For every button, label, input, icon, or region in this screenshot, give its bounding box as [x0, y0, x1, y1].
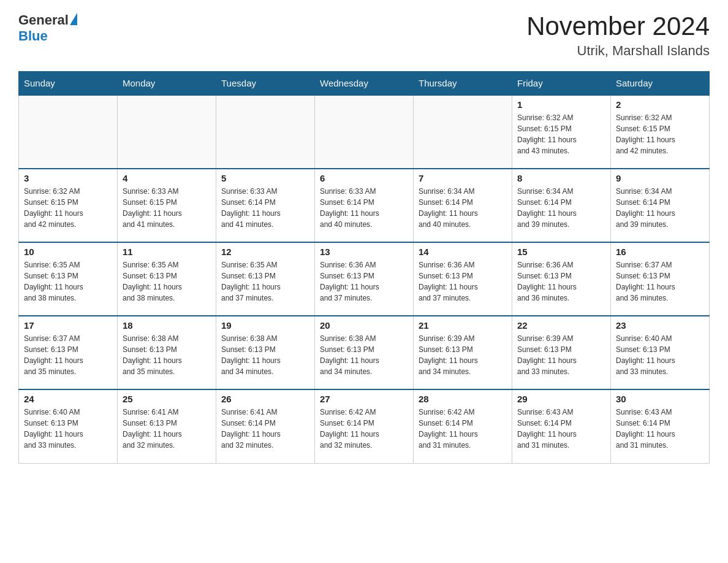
title-area: November 2024 Utrik, Marshall Islands	[526, 12, 710, 59]
day-number: 21	[419, 320, 507, 331]
day-header-monday: Monday	[118, 72, 216, 96]
calendar-cell: 18Sunrise: 6:38 AMSunset: 6:13 PMDayligh…	[118, 316, 216, 389]
day-info: Sunrise: 6:38 AMSunset: 6:13 PMDaylight:…	[221, 333, 309, 377]
week-row-4: 24Sunrise: 6:40 AMSunset: 6:13 PMDayligh…	[19, 389, 710, 463]
day-info: Sunrise: 6:41 AMSunset: 6:13 PMDaylight:…	[123, 407, 211, 451]
day-info: Sunrise: 6:33 AMSunset: 6:15 PMDaylight:…	[123, 186, 211, 230]
calendar-cell: 5Sunrise: 6:33 AMSunset: 6:14 PMDaylight…	[216, 169, 315, 242]
calendar-cell: 29Sunrise: 6:43 AMSunset: 6:14 PMDayligh…	[512, 389, 611, 463]
calendar-cell: 11Sunrise: 6:35 AMSunset: 6:13 PMDayligh…	[118, 242, 216, 316]
day-info: Sunrise: 6:34 AMSunset: 6:14 PMDaylight:…	[419, 186, 507, 230]
calendar-cell: 12Sunrise: 6:35 AMSunset: 6:13 PMDayligh…	[216, 242, 315, 316]
calendar-cell: 9Sunrise: 6:34 AMSunset: 6:14 PMDaylight…	[611, 169, 710, 242]
calendar-cell	[19, 95, 118, 169]
day-info: Sunrise: 6:41 AMSunset: 6:14 PMDaylight:…	[221, 407, 309, 451]
calendar-cell: 1Sunrise: 6:32 AMSunset: 6:15 PMDaylight…	[512, 95, 611, 169]
calendar-cell	[216, 95, 315, 169]
day-info: Sunrise: 6:36 AMSunset: 6:13 PMDaylight:…	[517, 259, 605, 304]
day-number: 3	[24, 173, 112, 183]
day-number: 1	[517, 99, 605, 110]
day-info: Sunrise: 6:33 AMSunset: 6:14 PMDaylight:…	[221, 186, 309, 230]
calendar-cell: 26Sunrise: 6:41 AMSunset: 6:14 PMDayligh…	[216, 389, 315, 463]
calendar-cell: 14Sunrise: 6:36 AMSunset: 6:13 PMDayligh…	[414, 242, 512, 316]
day-info: Sunrise: 6:32 AMSunset: 6:15 PMDaylight:…	[616, 112, 704, 156]
day-number: 19	[221, 320, 309, 331]
day-info: Sunrise: 6:33 AMSunset: 6:14 PMDaylight:…	[320, 186, 408, 230]
calendar-subtitle: Utrik, Marshall Islands	[526, 43, 710, 59]
day-number: 28	[419, 394, 507, 404]
logo: General Blue	[18, 12, 77, 44]
calendar-cell: 27Sunrise: 6:42 AMSunset: 6:14 PMDayligh…	[315, 389, 414, 463]
day-info: Sunrise: 6:34 AMSunset: 6:14 PMDaylight:…	[616, 186, 704, 230]
day-number: 27	[320, 394, 408, 404]
day-info: Sunrise: 6:40 AMSunset: 6:13 PMDaylight:…	[616, 333, 704, 377]
logo-blue-text: Blue	[18, 28, 48, 44]
day-info: Sunrise: 6:42 AMSunset: 6:14 PMDaylight:…	[419, 407, 507, 451]
day-info: Sunrise: 6:43 AMSunset: 6:14 PMDaylight:…	[616, 407, 704, 451]
calendar-cell: 19Sunrise: 6:38 AMSunset: 6:13 PMDayligh…	[216, 316, 315, 389]
calendar-cell: 8Sunrise: 6:34 AMSunset: 6:14 PMDaylight…	[512, 169, 611, 242]
day-number: 23	[616, 320, 704, 331]
day-number: 24	[24, 394, 112, 404]
calendar-cell: 24Sunrise: 6:40 AMSunset: 6:13 PMDayligh…	[19, 389, 118, 463]
day-info: Sunrise: 6:37 AMSunset: 6:13 PMDaylight:…	[24, 333, 112, 377]
calendar-cell: 21Sunrise: 6:39 AMSunset: 6:13 PMDayligh…	[414, 316, 512, 389]
day-info: Sunrise: 6:36 AMSunset: 6:13 PMDaylight:…	[320, 259, 408, 304]
week-row-3: 17Sunrise: 6:37 AMSunset: 6:13 PMDayligh…	[19, 316, 710, 389]
logo-triangle-icon	[70, 13, 77, 25]
day-info: Sunrise: 6:32 AMSunset: 6:15 PMDaylight:…	[24, 186, 112, 230]
day-header-friday: Friday	[512, 72, 611, 96]
day-info: Sunrise: 6:35 AMSunset: 6:13 PMDaylight:…	[123, 259, 211, 304]
calendar-cell: 28Sunrise: 6:42 AMSunset: 6:14 PMDayligh…	[414, 389, 512, 463]
day-number: 4	[123, 173, 211, 183]
calendar-cell: 10Sunrise: 6:35 AMSunset: 6:13 PMDayligh…	[19, 242, 118, 316]
header: General Blue November 2024 Utrik, Marsha…	[18, 12, 710, 59]
day-number: 25	[123, 394, 211, 404]
day-header-saturday: Saturday	[611, 72, 710, 96]
day-info: Sunrise: 6:38 AMSunset: 6:13 PMDaylight:…	[123, 333, 211, 377]
day-number: 26	[221, 394, 309, 404]
day-number: 15	[517, 247, 605, 257]
calendar-cell: 4Sunrise: 6:33 AMSunset: 6:15 PMDaylight…	[118, 169, 216, 242]
calendar-cell: 13Sunrise: 6:36 AMSunset: 6:13 PMDayligh…	[315, 242, 414, 316]
day-info: Sunrise: 6:42 AMSunset: 6:14 PMDaylight:…	[320, 407, 408, 451]
calendar-cell: 16Sunrise: 6:37 AMSunset: 6:13 PMDayligh…	[611, 242, 710, 316]
calendar-title: November 2024	[526, 12, 710, 40]
week-row-2: 10Sunrise: 6:35 AMSunset: 6:13 PMDayligh…	[19, 242, 710, 316]
day-number: 6	[320, 173, 408, 183]
day-info: Sunrise: 6:36 AMSunset: 6:13 PMDaylight:…	[419, 259, 507, 304]
day-number: 9	[616, 173, 704, 183]
day-header-sunday: Sunday	[19, 72, 118, 96]
day-number: 12	[221, 247, 309, 257]
calendar-cell: 15Sunrise: 6:36 AMSunset: 6:13 PMDayligh…	[512, 242, 611, 316]
calendar-cell	[414, 95, 512, 169]
day-number: 22	[517, 320, 605, 331]
day-number: 13	[320, 247, 408, 257]
day-number: 11	[123, 247, 211, 257]
calendar-cell: 17Sunrise: 6:37 AMSunset: 6:13 PMDayligh…	[19, 316, 118, 389]
day-info: Sunrise: 6:34 AMSunset: 6:14 PMDaylight:…	[517, 186, 605, 230]
calendar-cell: 30Sunrise: 6:43 AMSunset: 6:14 PMDayligh…	[611, 389, 710, 463]
day-info: Sunrise: 6:39 AMSunset: 6:13 PMDaylight:…	[517, 333, 605, 377]
calendar-cell: 3Sunrise: 6:32 AMSunset: 6:15 PMDaylight…	[19, 169, 118, 242]
day-info: Sunrise: 6:35 AMSunset: 6:13 PMDaylight:…	[221, 259, 309, 304]
calendar-cell	[315, 95, 414, 169]
logo-general-text: General	[18, 12, 69, 28]
calendar-cell: 25Sunrise: 6:41 AMSunset: 6:13 PMDayligh…	[118, 389, 216, 463]
calendar-header-row: SundayMondayTuesdayWednesdayThursdayFrid…	[19, 72, 710, 96]
day-info: Sunrise: 6:40 AMSunset: 6:13 PMDaylight:…	[24, 407, 112, 451]
day-number: 20	[320, 320, 408, 331]
calendar-cell: 22Sunrise: 6:39 AMSunset: 6:13 PMDayligh…	[512, 316, 611, 389]
day-number: 14	[419, 247, 507, 257]
day-header-wednesday: Wednesday	[315, 72, 414, 96]
calendar-cell: 2Sunrise: 6:32 AMSunset: 6:15 PMDaylight…	[611, 95, 710, 169]
day-number: 8	[517, 173, 605, 183]
day-header-thursday: Thursday	[414, 72, 512, 96]
day-number: 7	[419, 173, 507, 183]
day-info: Sunrise: 6:38 AMSunset: 6:13 PMDaylight:…	[320, 333, 408, 377]
day-number: 10	[24, 247, 112, 257]
day-number: 17	[24, 320, 112, 331]
day-info: Sunrise: 6:35 AMSunset: 6:13 PMDaylight:…	[24, 259, 112, 304]
day-info: Sunrise: 6:37 AMSunset: 6:13 PMDaylight:…	[616, 259, 704, 304]
day-number: 5	[221, 173, 309, 183]
